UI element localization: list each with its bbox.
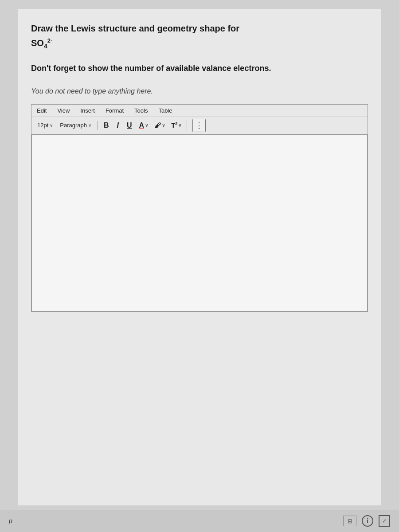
- font-color-label: A: [139, 121, 145, 129]
- bottom-right-icons: ⊞ i ⤢: [343, 515, 390, 527]
- main-container: Draw the Lewis structure and geometry sh…: [0, 0, 399, 532]
- question-title: Draw the Lewis structure and geometry sh…: [31, 22, 368, 35]
- bold-button[interactable]: B: [101, 121, 112, 130]
- bold-label: B: [104, 121, 109, 129]
- highlight-button[interactable]: 🖌 ∨: [153, 121, 167, 130]
- toolbar-divider-2: [187, 121, 187, 130]
- formula-base: SO4: [31, 38, 47, 48]
- expand-icon-button[interactable]: ⤢: [379, 515, 390, 527]
- bottom-paragraph-label: p: [9, 517, 12, 524]
- editor-content[interactable]: [31, 134, 368, 312]
- superscript-label: T2: [171, 121, 177, 129]
- menu-tools[interactable]: Tools: [133, 106, 149, 115]
- grid-icon: ⊞: [348, 518, 352, 524]
- italic-label: I: [117, 121, 119, 129]
- font-size-label: 12pt: [37, 122, 48, 129]
- more-options-button[interactable]: ⋮: [192, 119, 206, 132]
- formula-line: SO42-: [31, 37, 368, 50]
- paragraph-dropdown[interactable]: Paragraph ∨: [58, 121, 94, 129]
- editor-menubar: Edit View Insert Format Tools Table: [31, 105, 368, 117]
- info-icon: i: [367, 517, 368, 524]
- menu-format[interactable]: Format: [104, 106, 125, 115]
- editor-toolbar: 12pt ∨ Paragraph ∨ B I U: [31, 117, 368, 134]
- font-size-chevron: ∨: [50, 123, 53, 128]
- font-size-dropdown[interactable]: 12pt ∨: [35, 121, 55, 129]
- font-color-button[interactable]: A ∨: [137, 121, 150, 130]
- menu-table[interactable]: Table: [156, 106, 174, 115]
- paragraph-chevron: ∨: [88, 123, 91, 128]
- instruction-text: You do not need to type anything here.: [31, 87, 368, 95]
- menu-view[interactable]: View: [55, 106, 71, 115]
- menu-insert[interactable]: Insert: [78, 106, 97, 115]
- formula-superscript: 2-: [47, 37, 53, 44]
- instruction-content: You do not need to type anything here.: [31, 87, 153, 95]
- font-color-chevron: ∨: [145, 123, 148, 128]
- paragraph-label: Paragraph: [60, 122, 87, 129]
- highlight-chevron: ∨: [162, 123, 165, 128]
- info-icon-button[interactable]: i: [362, 515, 373, 527]
- title-text: Draw the Lewis structure and geometry sh…: [31, 23, 239, 33]
- superscript-chevron: ∨: [178, 123, 181, 128]
- grid-icon-button[interactable]: ⊞: [343, 516, 356, 526]
- more-icon: ⋮: [195, 121, 203, 130]
- reminder-text: Don't forget to show the number of avail…: [31, 63, 368, 74]
- menu-edit[interactable]: Edit: [35, 106, 48, 115]
- underline-label: U: [127, 121, 132, 129]
- content-area: Draw the Lewis structure and geometry sh…: [18, 9, 381, 505]
- underline-button[interactable]: U: [124, 121, 135, 130]
- expand-icon: ⤢: [382, 518, 387, 524]
- highlight-icon: 🖌: [154, 121, 161, 129]
- editor-wrapper: Edit View Insert Format Tools Table 12pt…: [31, 104, 368, 312]
- italic-button[interactable]: I: [114, 121, 121, 130]
- bottom-bar: p ⊞ i ⤢: [0, 510, 399, 532]
- toolbar-divider-1: [97, 121, 98, 130]
- reminder-content: Don't forget to show the number of avail…: [31, 64, 271, 73]
- superscript-button[interactable]: T2 ∨: [169, 121, 183, 130]
